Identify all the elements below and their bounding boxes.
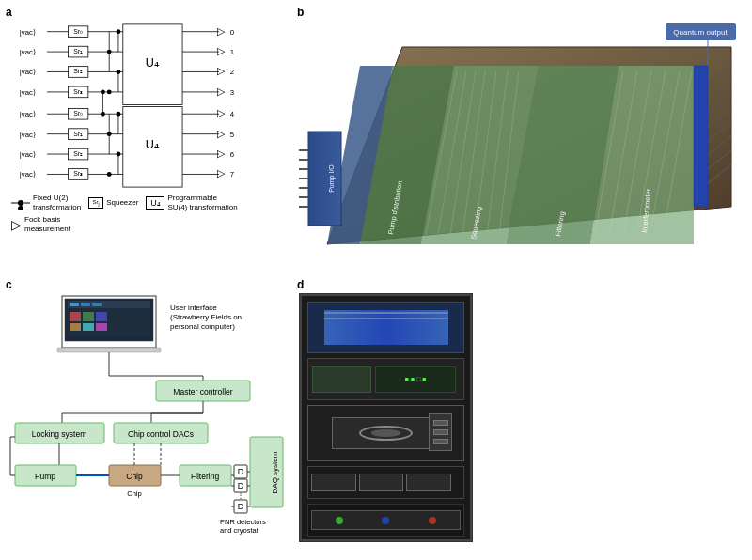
svg-text:4: 4: [230, 110, 235, 118]
svg-text:|vac⟩: |vac⟩: [20, 131, 36, 139]
svg-text:Sr₀: Sr₀: [73, 110, 83, 117]
svg-text:|vac⟩: |vac⟩: [20, 88, 36, 97]
svg-point-91: [18, 206, 24, 210]
chip-illustration: Pump I/O Pump distribution Squeezing: [299, 19, 741, 263]
svg-text:Sr₁: Sr₁: [73, 48, 83, 54]
circuit-diagram: |vac⟩ Sr₀ |vac⟩ Sr₁ |vac⟩: [9, 21, 291, 190]
panel-a-label: a: [6, 6, 12, 19]
svg-text:Chip: Chip: [126, 472, 143, 481]
svg-text:Sr₃: Sr₃: [73, 88, 83, 95]
circuit-svg: |vac⟩ Sr₀ |vac⟩ Sr₁ |vac⟩: [9, 21, 291, 190]
svg-rect-146: [70, 323, 81, 331]
svg-text:|vac⟩: |vac⟩: [20, 110, 36, 118]
svg-text:D: D: [238, 481, 244, 490]
svg-rect-147: [83, 323, 94, 331]
system-svg: User interface (Strawberry Fields on per…: [6, 291, 288, 554]
svg-text:Sr₃: Sr₃: [73, 170, 83, 177]
svg-text:▷: ▷: [217, 148, 226, 159]
svg-text:Chip: Chip: [127, 490, 141, 498]
svg-text:Quantum output: Quantum output: [673, 28, 728, 37]
svg-text:D: D: [238, 467, 244, 476]
svg-text:Sr₀: Sr₀: [73, 28, 83, 35]
panel-b: b: [291, 0, 752, 272]
legend-fock-text: Fock basismeasurement: [24, 215, 70, 233]
svg-text:Filtering: Filtering: [191, 472, 220, 481]
svg-rect-148: [96, 323, 107, 331]
svg-text:|vac⟩: |vac⟩: [20, 150, 36, 159]
svg-point-24: [107, 89, 112, 94]
panel-d-label: d: [297, 278, 304, 291]
svg-text:|vac⟩: |vac⟩: [20, 28, 36, 37]
u4-symbol: U₄: [146, 196, 164, 210]
legend: Fixed U(2)transformation Srj Squeezer U₄…: [9, 194, 286, 233]
svg-text:|vac⟩: |vac⟩: [20, 170, 36, 179]
svg-rect-111: [308, 132, 341, 226]
svg-rect-141: [81, 303, 90, 306]
legend-fixed-u2-text: Fixed U(2)transformation: [33, 194, 81, 211]
svg-point-86: [101, 89, 105, 94]
svg-text:D: D: [238, 502, 244, 511]
svg-text:▷: ▷: [217, 25, 226, 37]
svg-rect-139: [68, 301, 150, 308]
svg-rect-149: [57, 348, 161, 352]
svg-text:|vac⟩: |vac⟩: [20, 68, 36, 76]
svg-text:(Strawberry Fields on: (Strawberry Fields on: [170, 313, 242, 321]
svg-text:Locking system: Locking system: [32, 429, 87, 439]
svg-text:▷: ▷: [217, 107, 226, 118]
svg-rect-140: [70, 303, 79, 306]
svg-text:Sr₁: Sr₁: [73, 131, 83, 137]
svg-text:personal computer): personal computer): [170, 322, 235, 331]
legend-u4: U₄ ProgrammableSU(4) transformation: [146, 194, 237, 211]
svg-text:and cryostat: and cryostat: [220, 526, 259, 535]
svg-rect-143: [70, 312, 81, 321]
svg-text:3: 3: [230, 88, 234, 97]
rack-photo: ■ ■ □ ■: [299, 293, 473, 542]
svg-text:Pump I/O: Pump I/O: [328, 164, 336, 193]
svg-text:Sr₂: Sr₂: [73, 68, 83, 74]
svg-text:U₄: U₄: [146, 56, 159, 70]
panel-d: d ■ ■ □ ■: [291, 272, 752, 560]
svg-rect-142: [92, 303, 102, 306]
panel-b-label: b: [297, 6, 304, 19]
svg-point-87: [101, 112, 105, 117]
main-container: a |vac⟩ Sr₀ |vac⟩ Sr₁: [0, 0, 752, 560]
svg-text:▷: ▷: [217, 65, 226, 76]
svg-text:User interface: User interface: [170, 303, 217, 312]
svg-text:Sr₂: Sr₂: [73, 150, 83, 157]
svg-rect-120: [694, 66, 708, 207]
svg-text:7: 7: [230, 170, 234, 179]
legend-squeezer: Srj Squeezer: [88, 194, 138, 211]
svg-rect-144: [83, 312, 94, 321]
svg-point-66: [107, 172, 112, 177]
squeezer-symbol: Srj: [88, 197, 103, 209]
panel-a: a |vac⟩ Sr₀ |vac⟩ Sr₁: [0, 0, 291, 272]
svg-text:U₄: U₄: [146, 138, 159, 151]
svg-text:▷: ▷: [217, 167, 226, 179]
svg-text:|vac⟩: |vac⟩: [20, 48, 36, 56]
svg-text:1: 1: [230, 48, 234, 56]
svg-text:5: 5: [230, 131, 234, 139]
system-diagram: User interface (Strawberry Fields on per…: [6, 291, 286, 545]
svg-text:▷: ▷: [217, 45, 226, 56]
legend-squeezer-text: Squeezer: [106, 198, 138, 207]
svg-text:6: 6: [230, 150, 234, 159]
legend-fock: ▷ Fock basismeasurement: [11, 215, 70, 233]
svg-text:⋮: ⋮: [237, 491, 244, 500]
svg-text:Master controller: Master controller: [173, 387, 232, 397]
svg-text:PNR detectors: PNR detectors: [220, 518, 266, 526]
panel-c: c: [0, 272, 291, 560]
svg-rect-145: [96, 312, 107, 321]
svg-text:2: 2: [230, 68, 234, 76]
panel-c-label: c: [6, 278, 12, 291]
legend-u4-text: ProgrammableSU(4) transformation: [167, 194, 237, 211]
svg-text:▷: ▷: [217, 128, 226, 139]
svg-text:DAQ system: DAQ system: [271, 451, 279, 493]
svg-text:Pump: Pump: [35, 472, 55, 481]
svg-text:Chip control DACs: Chip control DACs: [128, 429, 194, 439]
svg-text:▷: ▷: [217, 86, 226, 97]
svg-text:0: 0: [230, 28, 235, 37]
legend-fixed-u2: Fixed U(2)transformation: [11, 194, 81, 211]
